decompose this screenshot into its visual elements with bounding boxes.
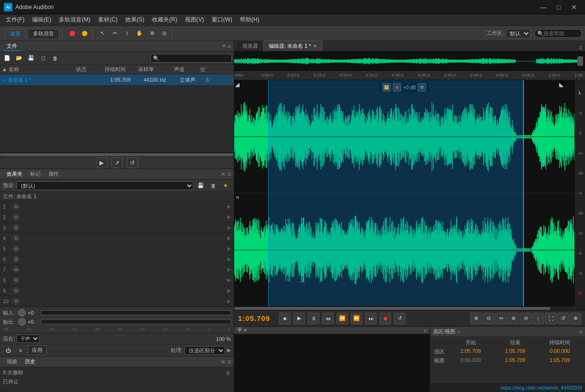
effect-arrow-8[interactable]: ▶ <box>227 277 231 283</box>
save-file-btn[interactable]: 💾 <box>26 53 36 64</box>
stop-btn[interactable]: ■ <box>279 313 291 324</box>
star-preset-btn[interactable]: ★ <box>220 180 231 191</box>
corner-tl-icon[interactable]: ◢ <box>235 81 241 87</box>
effects-panel-close[interactable]: ✕ <box>221 171 226 178</box>
tool-hand[interactable]: ✋ <box>134 28 145 39</box>
history-delete-btn[interactable]: 🗑 <box>226 370 231 376</box>
process-select[interactable]: 仅选区部分 <box>184 346 225 355</box>
corner-tr-icon[interactable]: ◣ <box>559 81 565 87</box>
input-knob[interactable] <box>18 309 26 317</box>
effect-arrow-7[interactable]: ▶ <box>227 266 231 273</box>
menu-effects[interactable]: 效果(S) <box>121 14 148 26</box>
zoom-out-h-btn[interactable]: ⊖ <box>483 313 494 324</box>
effect-power-1[interactable]: ⏻ <box>12 203 19 210</box>
waveform-area[interactable]: L ◢ ◣ 📶 ⏺ +0 dB ⚙ R <box>234 80 574 306</box>
menu-material[interactable]: 素材(C) <box>94 14 121 26</box>
delete-preset-btn[interactable]: 🗑 <box>208 180 218 191</box>
tool-spot[interactable]: ◎ <box>159 28 170 39</box>
menu-edit[interactable]: 编辑(E) <box>28 14 55 26</box>
delete-file-btn[interactable]: 🗑 <box>50 53 60 64</box>
tool-select[interactable]: I <box>121 28 133 39</box>
open-file2-btn[interactable]: ⇗ <box>111 158 123 168</box>
tab-multitrack[interactable]: 多轨混音 <box>28 29 59 38</box>
new-file-btn[interactable]: 📄 <box>2 53 12 64</box>
menu-help[interactable]: 帮助(H) <box>236 14 263 26</box>
tab-history[interactable]: 历史 <box>21 357 39 366</box>
history-panel-close[interactable]: ✕ <box>221 359 226 365</box>
effect-power-8[interactable]: ⏻ <box>12 277 19 284</box>
effect-power-4[interactable]: ⏻ <box>12 235 19 242</box>
play-file-btn[interactable]: ▶ <box>96 158 108 168</box>
tab-markers[interactable]: 标记 <box>26 170 44 179</box>
menu-window[interactable]: 窗口(W) <box>208 14 236 26</box>
file-panel-close[interactable]: ✕ <box>222 43 226 49</box>
menu-favorites[interactable]: 收藏夹(R) <box>148 14 181 26</box>
workspace-select[interactable]: 默认 <box>506 29 531 38</box>
effect-arrow-10[interactable]: ▶ <box>227 298 231 304</box>
file-search-input[interactable] <box>151 54 232 63</box>
close-file-btn[interactable]: ◻ <box>38 53 48 64</box>
effect-power-3[interactable]: ⏻ <box>12 224 19 231</box>
effect-arrow-9[interactable]: ▶ <box>227 287 231 294</box>
tab-properties[interactable]: 属性 <box>44 170 63 179</box>
minimize-button[interactable]: — <box>536 0 551 14</box>
forward-btn[interactable]: ⏩ <box>351 313 362 324</box>
skip-back-btn[interactable]: ⏮ <box>322 313 334 324</box>
play-btn[interactable]: ▶ <box>293 313 305 324</box>
zoom-out-v-btn[interactable]: ⊖ <box>520 313 531 324</box>
editor-tab-main[interactable]: 编辑器: 未命名 1 * ✕ <box>263 41 322 51</box>
effect-power-7[interactable]: ⏻ <box>12 266 19 273</box>
tab-video[interactable]: 视频 <box>3 357 21 366</box>
effect-arrow-2[interactable]: ▶ <box>227 214 231 220</box>
effect-arrow-3[interactable]: ▶ <box>227 224 231 231</box>
tool-move[interactable]: ↖ <box>97 28 108 39</box>
mixer-tab[interactable]: 混音器 <box>237 41 263 51</box>
loop-btn[interactable]: ↺ <box>394 313 405 324</box>
zoom-fit-v-btn[interactable]: ↕ <box>532 313 544 324</box>
power-all-btn[interactable]: ⏻ <box>3 345 13 356</box>
effect-power-10[interactable]: ⏻ <box>12 298 19 305</box>
selection-menu[interactable]: ≡ <box>579 329 582 335</box>
tab-wave[interactable]: 波形 <box>5 29 26 38</box>
mix-select[interactable]: 干声 <box>17 335 40 343</box>
file-tab[interactable]: 文件 <box>3 42 21 51</box>
waveform-overview[interactable] <box>234 52 585 71</box>
loop-btn[interactable]: ↺ <box>127 158 138 168</box>
effect-arrow-4[interactable]: ▶ <box>227 235 231 241</box>
pause-btn[interactable]: ⏸ <box>308 313 319 324</box>
overview-scroll-v[interactable] <box>577 56 583 66</box>
record-yellow-btn[interactable]: ⬤ <box>79 28 90 39</box>
editor-tab-close[interactable]: ✕ <box>313 43 317 49</box>
zoom-in-v-btn[interactable]: ⊕ <box>508 313 519 324</box>
zoom-in-all-btn[interactable]: ⊕ <box>570 313 581 324</box>
menu-view[interactable]: 视图(V) <box>181 14 208 26</box>
actions-arrow[interactable]: ▶ <box>227 347 231 353</box>
effect-power-9[interactable]: ⏻ <box>12 287 19 294</box>
apply-chain-btn[interactable]: ≡ <box>15 345 26 356</box>
waveform-scrollbar-h[interactable] <box>234 306 585 310</box>
maximize-button[interactable]: □ <box>552 0 566 14</box>
file-panel-menu[interactable]: ≡ <box>228 43 231 49</box>
record-red-btn[interactable]: ⬤ <box>66 28 78 39</box>
effect-power-6[interactable]: ⏻ <box>12 256 19 263</box>
editor-tabs-menu[interactable]: ≡ <box>579 44 582 51</box>
zoom-out-full-btn[interactable]: ⛶ <box>545 313 556 324</box>
history-panel-menu[interactable]: ≡ <box>228 359 231 365</box>
zoom-fit-h-btn[interactable]: ⇔ <box>495 313 507 324</box>
file-item[interactable]: ♫ 未命名 1 * 1:05.709 44100 Hz 立体声 3 <box>0 74 234 85</box>
close-button[interactable]: ✕ <box>567 0 581 14</box>
record-btn[interactable]: ⏺ <box>379 313 391 324</box>
menu-multitrack[interactable]: 多轨混音(M) <box>55 14 94 26</box>
selection-close[interactable]: × <box>457 329 460 335</box>
effects-panel-menu[interactable]: ≡ <box>228 171 231 178</box>
skip-forward-btn[interactable]: ⏭ <box>365 313 377 324</box>
output-knob[interactable] <box>18 318 26 326</box>
effect-power-5[interactable]: ⏻ <box>12 245 19 252</box>
apply-btn[interactable]: 应用 <box>28 345 47 355</box>
effect-arrow-5[interactable]: ▶ <box>227 245 231 252</box>
save-preset-btn[interactable]: 💾 <box>195 180 206 191</box>
effect-arrow-1[interactable]: ▶ <box>227 203 231 210</box>
level-meter-menu[interactable]: ≡ <box>424 328 427 333</box>
effect-power-2[interactable]: ⏻ <box>12 214 19 221</box>
tool-razor[interactable]: ✂ <box>109 28 120 39</box>
